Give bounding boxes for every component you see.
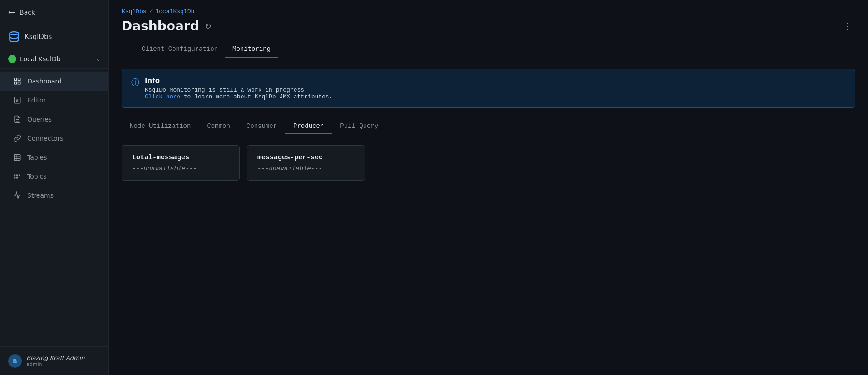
editor-icon	[13, 96, 22, 105]
metric-card-messages-per-sec: messages-per-sec ---unavailable---	[247, 145, 365, 181]
metric-name-messages-per-sec: messages-per-sec	[257, 154, 355, 161]
metric-cards-container: total-messages ---unavailable--- message…	[122, 145, 855, 181]
metric-value-total-messages: ---unavailable---	[132, 165, 229, 172]
sidebar-item-tables[interactable]: Tables	[0, 148, 108, 167]
connectors-icon	[13, 134, 22, 143]
tables-icon	[13, 153, 22, 162]
page-title: Dashboard	[122, 19, 199, 34]
svg-point-0	[10, 32, 19, 35]
back-button[interactable]: ← Back	[0, 0, 108, 24]
sidebar-item-queries[interactable]: Queries	[0, 110, 108, 129]
monitor-tab-producer[interactable]: Producer	[285, 119, 332, 134]
sidebar-item-streams[interactable]: Streams	[0, 186, 108, 205]
dashboard-icon	[13, 77, 22, 86]
monitor-tab-bar: Node Utilization Common Consumer Produce…	[122, 119, 855, 134]
ksqldb-label: KsqlDbs	[25, 33, 52, 41]
info-link[interactable]: Click here	[145, 93, 180, 100]
info-banner: ⓘ Info KsqlDb Monitoring is still a work…	[122, 69, 855, 108]
streams-icon	[13, 191, 22, 200]
sidebar-item-label-editor: Editor	[27, 97, 46, 104]
svg-rect-11	[14, 154, 20, 161]
avatar: B	[8, 354, 22, 368]
main-header: KsqlDbs / localKsqlDb Dashboard ↻ ⋮ Clie…	[109, 0, 868, 58]
sidebar-item-label-tables: Tables	[27, 154, 47, 161]
username-label: Blazing Kraft Admin	[26, 355, 84, 361]
main-content: KsqlDbs / localKsqlDb Dashboard ↻ ⋮ Clie…	[109, 0, 868, 375]
info-title: Info	[145, 77, 332, 85]
breadcrumb: KsqlDbs / localKsqlDb	[122, 8, 855, 15]
info-text-block: Info KsqlDb Monitoring is still a work i…	[145, 77, 332, 100]
sidebar-item-editor[interactable]: Editor	[0, 91, 108, 110]
instance-label: Local KsqlDb	[20, 55, 92, 63]
svg-rect-4	[14, 82, 16, 84]
sidebar-item-label-topics: Topics	[27, 173, 47, 180]
monitor-tab-consumer[interactable]: Consumer	[238, 119, 285, 134]
metric-value-messages-per-sec: ---unavailable---	[257, 165, 355, 172]
monitor-tab-pull-query[interactable]: Pull Query	[332, 119, 386, 134]
metric-name-total-messages: total-messages	[132, 154, 229, 161]
sidebar-item-connectors[interactable]: Connectors	[0, 129, 108, 148]
content-area: ⓘ Info KsqlDb Monitoring is still a work…	[109, 58, 868, 375]
user-info: Blazing Kraft Admin admin	[26, 355, 84, 367]
more-options-icon[interactable]: ⋮	[839, 19, 855, 34]
chevron-down-icon: ⌄	[96, 56, 100, 62]
sidebar: ← Back KsqlDbs Local KsqlDb ⌄ Dashboard	[0, 0, 109, 375]
ksqldb-section: KsqlDbs	[0, 24, 108, 49]
sidebar-item-label-dashboard: Dashboard	[27, 78, 62, 85]
svg-rect-1	[14, 78, 16, 80]
sidebar-footer: B Blazing Kraft Admin admin	[0, 346, 108, 375]
sidebar-item-dashboard[interactable]: Dashboard	[0, 72, 108, 91]
info-icon: ⓘ	[131, 77, 139, 88]
sidebar-nav: Dashboard Editor Queries	[0, 69, 108, 346]
instance-status-dot	[8, 55, 16, 63]
info-body-text: KsqlDb Monitoring is still a work in pro…	[145, 87, 332, 100]
sidebar-item-label-streams: Streams	[27, 192, 54, 199]
queries-icon	[13, 115, 22, 124]
sidebar-item-label-queries: Queries	[27, 116, 52, 123]
breadcrumb-parent[interactable]: KsqlDbs	[122, 8, 147, 15]
breadcrumb-separator: /	[149, 8, 153, 15]
instance-selector[interactable]: Local KsqlDb ⌄	[0, 49, 108, 69]
tab-client-configuration[interactable]: Client Configuration	[134, 41, 225, 58]
breadcrumb-current: localKsqlDb	[155, 8, 194, 15]
svg-rect-3	[18, 82, 20, 84]
tab-monitoring[interactable]: Monitoring	[225, 41, 278, 58]
role-label: admin	[26, 361, 84, 367]
main-tab-bar: Client Configuration Monitoring	[122, 41, 855, 58]
sidebar-item-label-connectors: Connectors	[27, 135, 64, 142]
refresh-icon[interactable]: ↻	[205, 21, 212, 31]
monitor-tab-common[interactable]: Common	[199, 119, 238, 134]
sidebar-item-topics[interactable]: Topics	[0, 167, 108, 186]
topics-icon	[13, 172, 22, 181]
page-title-row: Dashboard ↻ ⋮	[122, 19, 855, 34]
database-icon	[8, 31, 20, 43]
svg-rect-2	[18, 78, 20, 80]
metric-card-total-messages: total-messages ---unavailable---	[122, 145, 240, 181]
back-label: Back	[20, 9, 35, 16]
monitor-tab-node-utilization[interactable]: Node Utilization	[122, 119, 199, 134]
back-arrow-icon: ←	[8, 7, 15, 17]
